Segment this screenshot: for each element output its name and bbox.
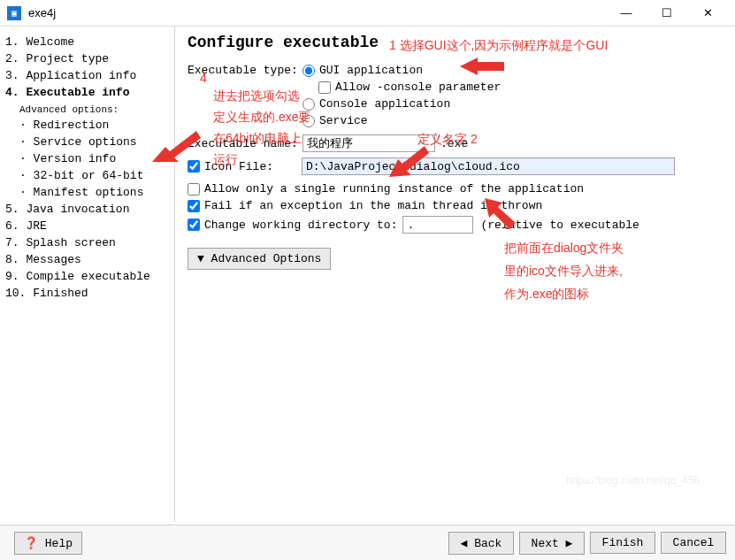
wd-input[interactable] [402,216,473,234]
radio-gui-label: GUI application [319,64,423,77]
substep-version-info[interactable]: · Version info [5,150,171,167]
step-messages[interactable]: 8. Messages [5,251,171,268]
app-icon: ▣ [7,6,21,20]
radio-service-label: Service [319,114,368,127]
watermark-url: https://blog.csdn.net/qq_456 [566,474,700,487]
wd-suffix: (relative to executable [480,219,639,232]
exec-type-label: Executable type: [188,64,302,77]
substep-service-options[interactable]: · Service options [5,134,171,150]
exec-name-label: Executable name: [188,137,302,150]
step-sidebar: 1. Welcome 2. Project type 3. Applicatio… [0,27,175,522]
minimize-button[interactable]: — [606,0,647,27]
icon-file-label: Icon File: [204,160,302,173]
substep-32-64-bit[interactable]: · 32-bit or 64-bit [5,167,171,184]
close-button[interactable]: ✕ [687,0,728,27]
step-project-type[interactable]: 2. Project type [5,50,171,67]
substep-redirection[interactable]: · Redirection [5,117,171,134]
maximize-button[interactable]: ☐ [647,0,687,27]
radio-console-application[interactable] [302,98,315,111]
step-welcome[interactable]: 1. Welcome [5,34,171,50]
substep-manifest-options[interactable]: · Manifest options [5,184,171,201]
step-executable-info[interactable]: 4. Executable info [5,84,171,101]
back-button[interactable]: ◀ Back [448,532,514,555]
check-allow-console[interactable] [318,81,331,94]
radio-gui-application[interactable] [302,65,315,77]
advanced-options-label: Advanced options: [5,101,171,117]
check-icon-file[interactable] [188,160,200,173]
step-jre[interactable]: 6. JRE [5,218,171,234]
icon-file-input[interactable] [302,157,675,175]
step-application-info[interactable]: 3. Application info [5,67,171,84]
exec-name-suffix: .exe [440,137,468,150]
radio-console-label: Console application [319,97,450,111]
check-fail-exception[interactable] [188,200,200,212]
check-single-instance-label: Allow only a single running instance of … [204,182,584,196]
finish-button[interactable]: Finish [590,532,655,554]
check-change-wd[interactable] [188,219,200,231]
page-title: Configure executable [188,34,721,51]
help-button[interactable]: ❓ Help [14,532,82,555]
step-splash-screen[interactable]: 7. Splash screen [5,234,171,251]
check-single-instance[interactable] [188,183,200,196]
exec-name-input[interactable] [302,134,435,152]
next-button[interactable]: Next ▶ [519,532,585,555]
advanced-options-button[interactable]: ▼ Advanced Options [188,248,331,270]
check-change-wd-label: Change working directory to: [204,219,397,232]
step-finished[interactable]: 10. Finished [5,285,171,302]
check-fail-exception-label: Fail if an exception in the main thread … [204,199,542,212]
check-allow-console-label: Allow -console parameter [335,81,501,94]
step-java-invocation[interactable]: 5. Java invocation [5,201,171,218]
window-title: exe4j [28,6,606,19]
radio-service[interactable] [302,115,315,127]
cancel-button[interactable]: Cancel [661,532,726,554]
step-compile-executable[interactable]: 9. Compile executable [5,268,171,285]
